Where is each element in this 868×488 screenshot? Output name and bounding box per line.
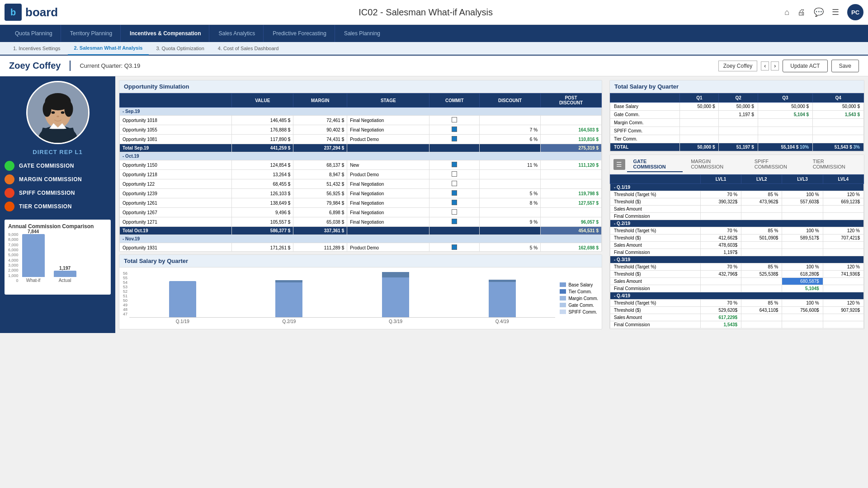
commission-menu-icon[interactable]: ☰ bbox=[613, 159, 625, 170]
bars-container: 7,844 What-if 1,197 Actual bbox=[20, 232, 107, 291]
margin-commission-label: MARGIN COMMISSION bbox=[19, 176, 82, 183]
annual-commission-title: Annual Commission Comparison bbox=[8, 223, 107, 230]
center-area: Opportunity Simulation VALUE MARGIN STAG… bbox=[115, 76, 606, 333]
salary-margin-row: Margin Comm. bbox=[610, 119, 864, 127]
gate-commission-table-container: LVL1 LVL2 LVL3 LVL4 - Q.1/19 Threshold (… bbox=[610, 174, 864, 329]
avatar-container bbox=[5, 81, 111, 144]
legend-gate-comm-label: Gate Comm. bbox=[568, 303, 594, 308]
col-name bbox=[120, 94, 232, 108]
svg-point-8 bbox=[61, 111, 64, 114]
whatif-value: 7,844 bbox=[28, 229, 39, 234]
gate-row: Threshold ($) 390,322$473,962$557,603$66… bbox=[610, 198, 864, 206]
opp-name: Opportunity 1018 bbox=[120, 116, 232, 125]
tier-commission-label: TIER COMMISSION bbox=[19, 203, 72, 210]
menu-icon[interactable]: ☰ bbox=[832, 7, 839, 17]
salary-col-label bbox=[610, 94, 680, 103]
gate-col-lvl4: LVL4 bbox=[823, 175, 863, 184]
print-icon[interactable]: 🖨 bbox=[797, 8, 806, 17]
tier-commission-dot bbox=[5, 202, 14, 211]
nav-sales-planning[interactable]: Sales Planning bbox=[336, 25, 388, 42]
total-salary-panel: Total Salary by Quarter Q1 Q2 Q3 Q4 Base… bbox=[609, 80, 864, 152]
save-button[interactable]: Save bbox=[831, 60, 859, 72]
sep19-header: - Sep.19 bbox=[120, 108, 602, 116]
table-row: Opportunity 1081 117,890 $ 74,431 $ Prod… bbox=[120, 135, 602, 144]
salesman-name: Zoey Coffey bbox=[9, 61, 71, 71]
sub-nav-salesman-whatif[interactable]: 2. Salesman What-If Analysis bbox=[68, 42, 149, 55]
actual-bar-group: 1,197 Actual bbox=[54, 266, 76, 283]
col-post-discount: POSTDISCOUNT bbox=[541, 94, 602, 108]
legend-spiff-comm: SPIFF Comm. bbox=[560, 310, 598, 314]
gate-commission-item: GATE COMMISSION bbox=[5, 161, 111, 171]
q3-section-header: - Q.3/19 bbox=[610, 256, 864, 263]
home-icon[interactable]: ⌂ bbox=[784, 8, 789, 17]
sub-nav: 1. Incentives Settings 2. Salesman What-… bbox=[0, 42, 868, 56]
nav-territory-planning[interactable]: Territory Planning bbox=[62, 25, 121, 42]
gate-row: Threshold (Target %) 70 %85 %100 %120 % bbox=[610, 191, 864, 198]
tab-tier-commission[interactable]: TIER COMMISSION bbox=[807, 157, 860, 172]
gate-col-lvl3: LVL3 bbox=[782, 175, 823, 184]
chat-icon[interactable]: 💬 bbox=[814, 7, 824, 17]
nav-sales-analytics[interactable]: Sales Analytics bbox=[210, 25, 264, 42]
col-value: VALUE bbox=[232, 94, 293, 108]
right-area: Total Salary by Quarter Q1 Q2 Q3 Q4 Base… bbox=[606, 76, 868, 333]
q1-label: Q.1/19 bbox=[138, 319, 227, 324]
bottom-chart-title: Total Salary by Quarter bbox=[119, 255, 602, 267]
update-act-button[interactable]: Update ACT bbox=[783, 60, 827, 72]
commit-checkbox-checked[interactable] bbox=[452, 127, 457, 132]
total-salary-title: Total Salary by Quarter bbox=[610, 80, 864, 93]
nav-incentives-compensation[interactable]: Incentives & Compensation bbox=[122, 25, 209, 42]
tab-gate-commission[interactable]: GATE COMMISSION bbox=[627, 157, 683, 172]
commit-checkbox[interactable] bbox=[452, 117, 457, 122]
tab-spiff-commission[interactable]: SPIFF COMMISSION bbox=[748, 157, 805, 172]
prev-salesman-btn[interactable]: ‹ bbox=[761, 61, 769, 70]
spiff-commission-item: SPIFF COMMISSION bbox=[5, 188, 111, 198]
opp-commit[interactable] bbox=[429, 116, 480, 125]
gate-row: Threshold (Target %) 70 %85 %100 %120 % bbox=[610, 263, 864, 271]
salesman-header: Zoey Coffey Current Quarter: Q3.19 Zoey … bbox=[0, 56, 868, 76]
table-row: Opportunity 1931 171,261 $ 111,289 $ Pro… bbox=[120, 243, 602, 252]
legend-gate-comm-icon bbox=[560, 303, 566, 307]
gate-commission-label: GATE COMMISSION bbox=[19, 163, 74, 169]
bottom-x-labels: Q.1/19 Q.2/19 Q.3/19 Q.4/19 bbox=[129, 318, 555, 325]
sub-nav-cost-of-sales[interactable]: 4. Cost of Sales Dashboard bbox=[212, 42, 285, 55]
whatif-bar-group: 7,844 What-if bbox=[22, 229, 45, 283]
col-margin: MARGIN bbox=[293, 94, 347, 108]
salesman-dropdown[interactable]: Zoey Coffey bbox=[718, 61, 757, 71]
table-row: Opportunity 1055 176,888 $ 90,402 $ Fina… bbox=[120, 125, 602, 135]
board-logo-icon: b bbox=[5, 4, 22, 21]
opp-value: 146,485 $ bbox=[232, 116, 293, 125]
legend-tier-comm-label: Tier Comm. bbox=[568, 289, 592, 294]
gate-col-label bbox=[610, 175, 701, 184]
gate-row: Final Commission 5,104$ bbox=[610, 285, 864, 292]
nav-bar: Quota Planning Territory Planning Incent… bbox=[0, 25, 868, 42]
svg-point-7 bbox=[51, 111, 55, 114]
q4-label: Q.4/19 bbox=[458, 319, 547, 324]
q2-tier-bar bbox=[275, 280, 302, 282]
gate-row: Final Commission 1,543$ bbox=[610, 321, 864, 328]
sep19-label: - Sep.19 bbox=[120, 108, 602, 116]
main-layout: DIRECT REP L1 GATE COMMISSION MARGIN COM… bbox=[0, 76, 868, 333]
whatif-bar bbox=[22, 234, 45, 277]
opp-post-discount bbox=[541, 116, 602, 125]
sub-nav-incentives-settings[interactable]: 1. Incentives Settings bbox=[7, 42, 67, 55]
legend-base-salary-icon bbox=[560, 282, 566, 287]
gate-row: Sales Amount bbox=[610, 206, 864, 213]
nav-quota-planning[interactable]: Quota Planning bbox=[7, 25, 61, 42]
gate-col-lvl1: LVL1 bbox=[700, 175, 741, 184]
opp-commit[interactable] bbox=[429, 125, 480, 135]
nav-arrows: ‹ › bbox=[761, 61, 779, 70]
oct19-header: - Oct.19 bbox=[120, 152, 602, 160]
opp-discount bbox=[480, 116, 541, 125]
salary-base-row: Base Salary 50,000 $ 50,000 $ 50,000 $ 5… bbox=[610, 103, 864, 111]
tab-margin-commission[interactable]: MARGIN COMMISSION bbox=[684, 157, 746, 172]
sub-nav-quota-optimization[interactable]: 3. Quota Optimization bbox=[150, 42, 210, 55]
bottom-chart-panel: Total Salary by Quarter 5655545352515049… bbox=[119, 254, 602, 329]
user-avatar[interactable]: PC bbox=[847, 4, 863, 20]
bottom-y-axis: 56555453525150494847 bbox=[123, 271, 129, 325]
nav-predictive-forecasting[interactable]: Predictive Forecasting bbox=[264, 25, 335, 42]
gate-col-lvl2: LVL2 bbox=[741, 175, 782, 184]
legend-base-salary-label: Base Salary bbox=[568, 282, 593, 287]
q4-bar bbox=[489, 280, 516, 317]
y-axis: 9,0008,0007,0006,0005,0004,0003,0002,000… bbox=[8, 232, 20, 291]
next-salesman-btn[interactable]: › bbox=[771, 61, 779, 70]
